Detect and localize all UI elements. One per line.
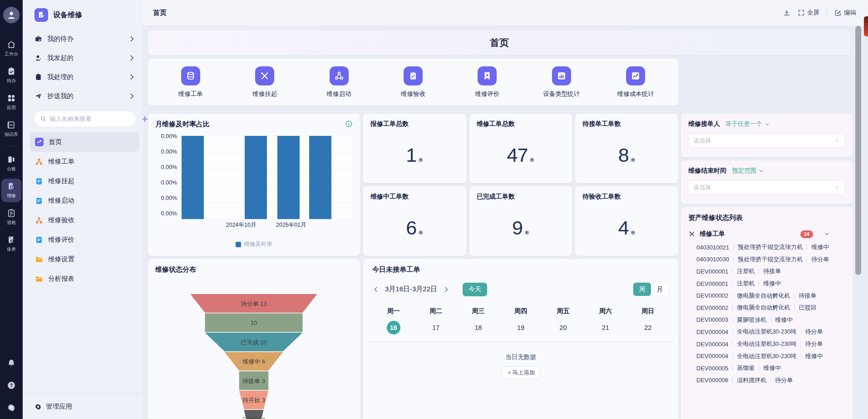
asset-row[interactable]: DEV000001注塑机待接单 [688, 265, 845, 278]
fullscreen-icon [798, 9, 805, 16]
add-page-button[interactable] [141, 115, 149, 123]
asset-row[interactable]: 0403010030预处理挤干辊交流张力机待分单 [688, 254, 845, 266]
date-cell[interactable]: 21 [599, 321, 612, 334]
sidebar-nav-item-3[interactable]: 维修启动 [30, 191, 139, 210]
stat-value: 47单 [469, 144, 572, 166]
ledger-icon [7, 155, 16, 164]
assignee-select[interactable]: 请选择 [688, 134, 845, 148]
asset-row[interactable]: DEV000004全电动注塑机30-230吨待分单 [688, 326, 845, 338]
month-toggle[interactable]: 月 [651, 283, 669, 296]
rail-item-2[interactable]: 应用 [1, 90, 21, 114]
add-now-button[interactable]: ＋马上添加 [501, 366, 541, 379]
quick-action-4[interactable]: 维修评价 [450, 66, 524, 98]
quick-action-5[interactable]: 设备类型统计 [524, 66, 598, 98]
today-button[interactable]: 今天 [463, 283, 487, 296]
quick-action-0[interactable]: 维修工单 [153, 66, 227, 98]
quick-action-2[interactable]: 维修启动 [302, 66, 376, 98]
filter-card-endtime: 维修结束时间 预定范围 请选择 [681, 160, 853, 204]
filter-card-assignee: 维修接单人 等于任意一个 请选择 [681, 114, 853, 157]
weekday-label: 周四 [499, 307, 542, 315]
funnel-label: 已驳回 2 [242, 416, 265, 419]
asset-row[interactable]: DEV000006湿料搅拌机待分单 [688, 374, 845, 387]
asset-row[interactable]: DEV000005蒸馏釜维修中 [688, 362, 845, 374]
chart-legend[interactable]: 维修及时率 [155, 240, 353, 248]
sidebar-menu-item-2[interactable]: 我处理的 [23, 67, 143, 86]
download-button[interactable] [783, 9, 790, 16]
asset-row[interactable]: DEV000004全电动注塑机30-230吨维修中 [688, 350, 845, 362]
sidebar-nav-item-2[interactable]: 维修挂起 [30, 171, 139, 191]
bar[interactable] [245, 136, 267, 219]
quick-action-3[interactable]: 维修验收 [376, 66, 450, 98]
avatar[interactable] [3, 7, 20, 23]
plane-icon [35, 92, 42, 100]
week-toggle[interactable]: 周 [633, 283, 651, 296]
prev-week-button[interactable] [372, 286, 380, 293]
topbar: 首页 全屏 编辑 [143, 0, 868, 26]
sidebar-menu-item-1[interactable]: 我发起的 [23, 48, 143, 67]
filter-operator[interactable]: 预定范围 [732, 167, 764, 175]
tools-icon [255, 66, 274, 85]
sidebar-menu-item-3[interactable]: 抄送我的 [23, 86, 143, 105]
rail-item-5[interactable]: 维修 [1, 179, 21, 202]
asset-row[interactable]: DEV000003聚脲喷涂机维修中 [688, 314, 845, 326]
rail-item-3[interactable]: AI知识库 [1, 117, 21, 141]
fullscreen-button[interactable]: 全屏 [798, 9, 819, 17]
question-button[interactable]: ? [6, 380, 16, 390]
asset-row[interactable]: DEV000002微电脑全自动孵化机已驳回 [688, 302, 845, 314]
date-cell[interactable]: 20 [556, 321, 570, 334]
date-cell[interactable]: 17 [429, 321, 443, 334]
bar-plot [182, 136, 353, 219]
weekday-label: 周六 [584, 307, 626, 315]
sidebar-menu-item-0[interactable]: 我的待办 [23, 29, 143, 48]
sidebar-nav-item-4[interactable]: 维修验收 [30, 210, 139, 230]
sidebar-nav-item-6[interactable]: 维修设置 [30, 249, 139, 269]
chart-title: 月维修及时率占比 [155, 120, 210, 129]
chevron-right-icon [128, 54, 136, 62]
asset-row[interactable]: DEV000004全电动注塑机30-230吨待分单 [688, 338, 845, 350]
asset-row[interactable]: DEV000001注塑机维修中 [688, 278, 845, 290]
sidebar-nav-item-7[interactable]: 分析报表 [30, 269, 139, 289]
edge-widget[interactable] [864, 16, 868, 36]
scrollbar-thumb[interactable] [855, 26, 861, 275]
weekday-label: 周日 [627, 307, 669, 315]
rail-item-1[interactable]: 待办 [1, 64, 21, 87]
date-cell[interactable]: 16 [387, 321, 400, 334]
asset-group-header[interactable]: 维修工单 24 [688, 230, 845, 238]
date-cell[interactable]: 18 [472, 321, 485, 334]
rail-item-7[interactable]: 保养 [1, 232, 21, 256]
folder-icon [35, 275, 43, 283]
rail-item-label: 保养 [7, 246, 16, 253]
info-icon[interactable] [345, 120, 353, 128]
rail-item-0[interactable]: 工作台 [1, 37, 21, 60]
rail-item-label: 知识库 [5, 131, 18, 138]
asset-list-title: 资产维修状态列表 [688, 214, 743, 221]
view-toggle: 周 月 [633, 282, 669, 296]
filter-operator[interactable]: 等于任意一个 [725, 120, 770, 128]
gear-button[interactable] [6, 403, 16, 413]
asset-row[interactable]: 0403010021预处理挤干辊交流张力机维修中 [688, 241, 845, 254]
manage-app-button[interactable]: 管理应用 [23, 394, 143, 419]
sidebar-nav-item-1[interactable]: 维修工单 [30, 152, 139, 171]
asset-row[interactable]: DEV000002微电脑全自动孵化机待接单 [688, 289, 845, 302]
edit-button[interactable]: 编辑 [834, 9, 856, 17]
person-icon [6, 10, 16, 20]
bar[interactable] [277, 136, 300, 219]
date-cell[interactable]: 22 [641, 321, 655, 334]
date-cell[interactable]: 19 [514, 321, 528, 334]
endtime-select[interactable]: 请选择 [688, 180, 845, 195]
bar[interactable] [309, 136, 331, 219]
app-header: 设备维修 [23, 0, 143, 29]
tab-home[interactable]: 首页 [153, 9, 167, 17]
app-sidebar: 设备维修 我的待办我发起的我处理的抄送我的 首页维修工单维修挂起维修启动维修验收… [23, 0, 143, 419]
quick-action-6[interactable]: 维修成本统计 [599, 66, 673, 98]
bar[interactable] [182, 136, 204, 219]
quick-action-1[interactable]: 维修挂起 [227, 66, 301, 98]
rail-item-6[interactable]: 巡检 [1, 205, 21, 229]
sidebar-nav-item-0[interactable]: 首页 [30, 132, 139, 152]
funnel-title: 维修状态分布 [155, 265, 196, 273]
bell-button[interactable] [6, 358, 16, 368]
search-input[interactable] [50, 115, 130, 122]
rail-item-4[interactable]: 台账 [1, 152, 21, 175]
next-week-button[interactable] [443, 286, 450, 293]
sidebar-nav-item-5[interactable]: 维修评价 [30, 230, 139, 249]
